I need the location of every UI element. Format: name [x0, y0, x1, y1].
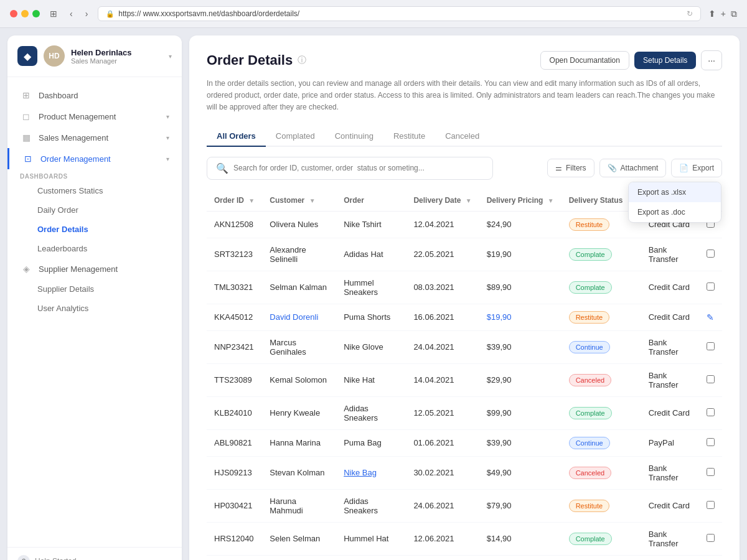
- order-id-cell: KKA45012: [207, 304, 262, 330]
- sidebar-item-daily-order[interactable]: Daily Order: [7, 200, 182, 220]
- sidebar-item-sales-management[interactable]: ▦ Sales Menagement ▾: [7, 127, 182, 148]
- delivery-price: $79,90: [487, 501, 512, 510]
- row-checkbox[interactable]: [707, 534, 715, 542]
- delivery-price: $29,90: [487, 375, 512, 385]
- payment-cell: Bank Transfer: [641, 238, 699, 271]
- sidebar-item-order-management[interactable]: ⊡ Order Menagement ▾: [7, 148, 182, 169]
- help-started-item[interactable]: ? Help Started: [17, 555, 172, 560]
- customer-cell: Stevan Kolman: [262, 456, 336, 489]
- fullscreen-traffic-light[interactable]: [32, 10, 40, 17]
- customer-cell: Kemal Solomon: [262, 363, 336, 396]
- date-cell: 30.02.2021: [406, 456, 479, 489]
- customer-name[interactable]: David Dorenli: [270, 312, 318, 322]
- setup-details-button[interactable]: Setup Details: [634, 52, 696, 69]
- col-customer[interactable]: Customer ▼: [262, 190, 336, 212]
- sidebar-item-supplier-details[interactable]: Supplier Details: [7, 279, 182, 299]
- sidebar-item-supplier-management[interactable]: ◈ Supplier Menagement: [7, 258, 182, 279]
- sidebar-item-leaderboards[interactable]: Leaderboards: [7, 239, 182, 258]
- row-checkbox[interactable]: [707, 438, 715, 446]
- row-checkbox[interactable]: [707, 375, 715, 383]
- table-row: KLB24010 Henry Kweale Adidas Sneakers 12…: [207, 396, 722, 429]
- more-options-button[interactable]: ···: [701, 50, 722, 70]
- order-product[interactable]: Nike Bag: [344, 468, 377, 477]
- delivery-price: $49,90: [487, 468, 512, 477]
- tabs-icon[interactable]: ⧉: [731, 9, 737, 19]
- sidebar-item-user-analytics[interactable]: User Analytics: [7, 299, 182, 318]
- filters-button[interactable]: ⚌ Filters: [547, 159, 594, 177]
- order-id: HRS12040: [214, 534, 254, 543]
- search-bar: 🔍: [207, 157, 493, 180]
- back-button[interactable]: ‹: [67, 7, 75, 20]
- order-product: Adidas Sneakers: [344, 497, 378, 515]
- order-product: Nike Glove: [344, 342, 383, 352]
- sales-icon: ▦: [20, 133, 32, 142]
- order-product: Hummel Hat: [344, 534, 388, 543]
- address-bar[interactable]: 🔒 https:// www.xxxsportsavm.net/dashboar…: [98, 6, 700, 21]
- supplier-icon: ◈: [20, 264, 32, 274]
- dashboard-icon: ⊞: [20, 90, 32, 100]
- col-delivery-date[interactable]: Delivery Date ▼: [406, 190, 479, 212]
- app-container: ◆ HD Helen Derinlacs Sales Manager ▾ ⊞ D…: [0, 28, 747, 560]
- sidebar-footer: ? Help Started + Add New Folder: [7, 547, 182, 560]
- tab-canceled[interactable]: Canceled: [435, 126, 489, 147]
- customer-cell: Hanna Marina: [262, 429, 336, 456]
- sidebar-header: ◆ HD Helen Derinlacs Sales Manager ▾: [7, 45, 182, 77]
- table-row: HRS12040 Selen Selman Hummel Hat 12.06.2…: [207, 522, 722, 555]
- delivery-price: $99,90: [487, 408, 512, 418]
- share-icon[interactable]: ⬆: [708, 9, 716, 19]
- close-traffic-light[interactable]: [10, 10, 17, 17]
- order-cell: Nike Bag: [336, 456, 406, 489]
- sidebar-toggle-button[interactable]: ⊞: [47, 7, 60, 20]
- attachment-button[interactable]: 📎 Attachment: [599, 159, 667, 177]
- row-checkbox[interactable]: [707, 408, 715, 416]
- date-cell: 12.06.2021: [406, 522, 479, 555]
- row-checkbox[interactable]: [707, 468, 715, 476]
- payment-cell: Bank Transfer: [641, 330, 699, 363]
- col-order-id[interactable]: Order ID ▼: [207, 190, 262, 212]
- action-cell: ✎: [699, 304, 722, 330]
- info-icon[interactable]: ⓘ: [298, 55, 306, 66]
- tab-all-orders[interactable]: All Orders: [207, 126, 266, 147]
- payment-cell: Bank Transfer: [641, 363, 699, 396]
- row-checkbox[interactable]: [707, 282, 715, 291]
- tab-restitute[interactable]: Restitute: [383, 126, 435, 147]
- user-menu-chevron-icon[interactable]: ▾: [169, 53, 172, 60]
- sidebar-item-order-details[interactable]: Order Details: [7, 220, 182, 239]
- edit-icon[interactable]: ✎: [707, 312, 714, 322]
- status-badge: Continue: [569, 341, 610, 353]
- tab-completed[interactable]: Complated: [266, 126, 325, 147]
- customer-cell: Marcus Genihales: [262, 330, 336, 363]
- export-button[interactable]: 📄 Export Export as .xlsx Export as .doc: [671, 159, 722, 177]
- order-cell: Hummel Hat: [336, 522, 406, 555]
- new-tab-icon[interactable]: +: [721, 9, 726, 19]
- order-product: Puma Shorts: [344, 312, 390, 322]
- row-checkbox[interactable]: [707, 250, 715, 258]
- order-id: ABL90821: [214, 438, 252, 447]
- status-cell: Canceled: [561, 456, 641, 489]
- avatar: HD: [44, 45, 65, 67]
- delivery-date: 08.03.2021: [413, 282, 454, 292]
- sidebar-item-dashboard[interactable]: ⊞ Dashboard: [7, 85, 182, 106]
- col-delivery-pricing[interactable]: Delivery Pricing ▼: [479, 190, 561, 212]
- price-cell: $99,90: [479, 396, 561, 429]
- sidebar-item-customers-statics[interactable]: Customers Statics: [7, 181, 182, 200]
- export-doc-option[interactable]: Export as .doc: [629, 202, 721, 222]
- user-info: Helen Derinlacs Sales Manager: [71, 48, 162, 65]
- status-cell: Restitute: [561, 489, 641, 522]
- order-id-cell: NNP23421: [207, 330, 262, 363]
- refresh-icon[interactable]: ↻: [687, 9, 693, 18]
- export-xlsx-option[interactable]: Export as .xlsx: [629, 182, 721, 202]
- forward-button[interactable]: ›: [83, 7, 91, 20]
- order-id: AKN12508: [214, 220, 253, 229]
- user-role: Sales Manager: [71, 57, 162, 65]
- sidebar-item-product-management[interactable]: ◻ Product Menagement ▾: [7, 106, 182, 127]
- row-checkbox[interactable]: [707, 342, 715, 350]
- open-documentation-button[interactable]: Open Documantation: [540, 51, 629, 70]
- search-input[interactable]: [233, 164, 484, 172]
- payment-method: Bank Transfer: [649, 338, 679, 357]
- status-cell: Continue: [561, 330, 641, 363]
- customer-name: Olivera Nules: [270, 220, 318, 229]
- minimize-traffic-light[interactable]: [21, 10, 29, 17]
- tab-continuing[interactable]: Continuing: [325, 126, 383, 147]
- row-checkbox[interactable]: [707, 501, 715, 509]
